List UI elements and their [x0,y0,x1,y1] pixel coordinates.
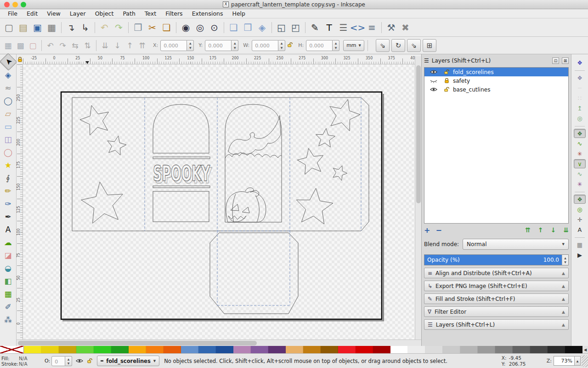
horizontal-scrollbar-thumb[interactable] [18,341,257,345]
calligraphy-tool-icon[interactable]: ✒ [2,210,15,223]
layer-row-base_cutlines[interactable]: base_cutlines [424,85,568,94]
connector-tool-icon[interactable]: ⁂ [2,313,15,326]
undo-icon[interactable]: ↶ [97,20,112,34]
export-png-panel[interactable]: ↳Export PNG Image (Shift+Ctrl+E)▲ [424,281,569,291]
tweak-tool-icon[interactable]: ≈ [2,81,15,94]
rotate-ccw-icon[interactable]: ↶ [44,39,57,52]
snap-object-centers-icon[interactable]: ◎ [574,205,586,214]
palette-swatch[interactable] [251,346,268,353]
raise-layer-button[interactable]: ↑ [538,226,543,234]
print-document-icon[interactable]: ▦ [45,20,59,34]
y-field[interactable]: 0.000▲▼ [205,40,238,51]
x-field[interactable]: 0.000▲▼ [160,40,194,51]
snap-page-border-icon[interactable]: ▦ [574,240,586,249]
menu-object[interactable]: Object [91,9,118,18]
layer-unlocked-icon[interactable] [440,69,453,75]
lower-to-bottom-icon[interactable]: ⇊ [99,39,111,52]
zoom-drawing-icon[interactable]: ◎ [193,20,207,34]
menu-layer[interactable]: Layer [66,9,90,18]
menu-view[interactable]: View [43,9,65,18]
opacity-spinner[interactable]: ▲▼ [562,255,568,265]
snap-path-intersections-icon[interactable]: ✳ [574,149,586,158]
palette-swatch[interactable] [548,346,565,353]
collapse-arrow-icon[interactable]: ▲ [562,284,565,288]
redo-icon[interactable]: ↷ [112,20,126,34]
palette-swatch[interactable] [198,346,216,353]
layers-bottom-panel[interactable]: ☰Layers (Shift+Ctrl+L)▲ [424,319,569,330]
raise-to-top-icon[interactable]: ⇈ [136,39,148,52]
text-tool-icon[interactable]: A [2,223,15,236]
palette-swatch[interactable] [408,346,425,353]
palette-swatch[interactable] [303,346,321,353]
select-all-icon[interactable]: ▦ [2,39,14,52]
export-png-icon[interactable]: ↳ [78,20,92,34]
align-distribute-panel[interactable]: ≡Align and Distribute (Shift+Ctrl+A)▲ [424,268,569,278]
mesh-tool-icon[interactable]: ▦ [2,288,15,300]
palette-swatch[interactable] [233,346,251,353]
flip-horizontal-icon[interactable]: ⇆ [69,39,81,52]
3dbox-tool-icon[interactable]: ◫ [2,133,15,145]
gradient-tool-icon[interactable]: ◧ [2,275,15,287]
horizontal-scrollbar[interactable] [17,339,421,346]
snap-bbox-centers-icon[interactable]: ◎ [574,114,586,123]
layer-row-fold_scorelines[interactable]: fold_scorelines [424,68,568,76]
iconify-dialog-button[interactable]: ⊡ [552,58,559,64]
snap-bbox-corners-icon[interactable]: ∷ [574,93,586,103]
eraser-tool-icon[interactable]: ◪ [2,249,15,261]
menu-edit[interactable]: Edit [23,9,42,18]
star-tool-icon[interactable]: ★ [2,159,15,171]
snap-bounding-box-icon[interactable]: ❖ [574,73,586,82]
copy-icon[interactable]: ❐ [131,20,145,34]
layer-visibility-icon[interactable] [76,358,83,363]
palette-swatch[interactable] [24,346,41,353]
palette-swatch[interactable] [181,346,198,353]
duplicate-icon[interactable]: ❑ [226,20,241,34]
zoom-field[interactable]: 73% [554,356,575,366]
lower-layer-to-bottom-button[interactable]: ⇊ [563,226,569,234]
collapse-arrow-icon[interactable]: ▲ [562,297,565,301]
collapse-arrow-icon[interactable]: ▲ [562,310,565,314]
menu-help[interactable]: Help [228,9,250,18]
raise-one-step-icon[interactable]: ↑ [124,39,136,52]
raise-layer-to-top-button[interactable]: ⇈ [525,226,531,234]
palette-swatch[interactable] [478,346,495,353]
move-gradients-toggle-icon[interactable]: ⇘ [407,39,421,52]
layer-row-safety[interactable]: safety [424,76,568,85]
filter-editor-panel[interactable]: ∇Filter Editor▲ [424,306,569,317]
palette-swatch[interactable] [286,346,303,353]
resize-grip[interactable] [582,355,588,367]
palette-swatch[interactable] [146,346,164,353]
menu-path[interactable]: Path [119,9,139,18]
layer-visible-icon[interactable] [427,87,440,92]
palette-swatch[interactable] [94,346,111,353]
rectangle-tool-icon[interactable]: ▭ [2,120,15,132]
canvas[interactable]: SPOOKY SPOOKY [23,64,415,339]
snap-line-midpoints-icon[interactable]: ✳ [574,179,586,189]
palette-swatch[interactable] [111,346,129,353]
cut-icon[interactable]: ✂ [145,20,159,34]
palette-swatch[interactable] [390,346,408,353]
vertical-scrollbar[interactable] [415,56,421,339]
palette-swatch[interactable] [41,346,59,353]
open-document-icon[interactable]: ▤ [16,20,30,34]
zoom-spinner[interactable]: ▲ [575,356,581,366]
current-layer-dropdown[interactable]: fold_scorelines ▼ [97,356,159,366]
palette-swatch[interactable] [216,346,233,353]
vertical-ruler[interactable]: 2502252001751501251007550250 [17,64,23,339]
ellipse-tool-icon[interactable]: ◯ [2,146,15,158]
palette-swatch[interactable] [495,346,513,353]
ungroup-objects-icon[interactable]: ◰ [288,20,303,34]
snap-nodes-icon[interactable]: ❖ [574,129,586,138]
xml-editor-icon[interactable]: <> [351,20,365,34]
snap-smooth-nodes-icon[interactable]: ∿ [574,169,586,178]
palette-swatch[interactable] [373,346,390,353]
scale-stroke-toggle-icon[interactable]: ⇘ [376,39,390,52]
new-document-icon[interactable]: ▢ [2,20,16,34]
dialogs-arrow-icon[interactable]: ▶ [574,250,586,259]
spiral-tool-icon[interactable]: ∮ [2,172,15,184]
bezier-tool-icon[interactable]: ✑ [2,197,15,210]
palette-swatch[interactable] [425,346,443,353]
snap-text-baseline-icon[interactable]: A [574,225,586,234]
zoom-page-icon[interactable]: ⊙ [207,20,221,34]
select-all-layers-icon[interactable]: ▩ [14,39,27,52]
